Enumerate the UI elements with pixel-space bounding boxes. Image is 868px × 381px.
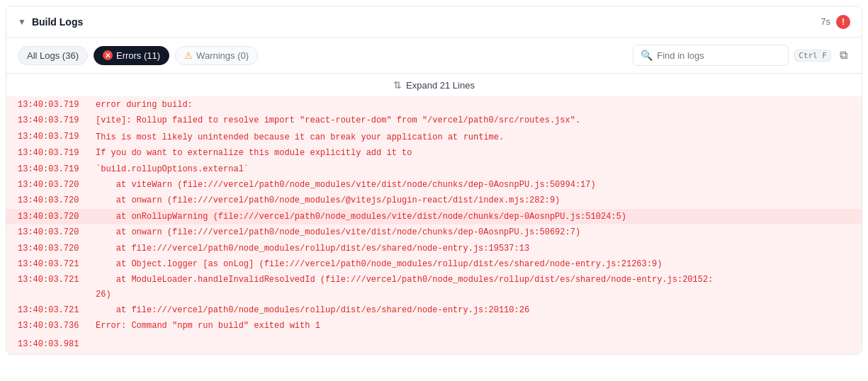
log-timestamp: 13:40:03.720 bbox=[18, 210, 96, 224]
log-row: 13:40:03.721 at ModuleLoader.handleInval… bbox=[6, 272, 862, 302]
log-text: at viteWarn (file:///vercel/path0/node_m… bbox=[96, 178, 596, 192]
all-logs-filter-button[interactable]: All Logs (36) bbox=[18, 46, 88, 65]
log-text: at onwarn (file:///vercel/path0/node_mod… bbox=[96, 225, 580, 239]
log-row: 13:40:03.720 at file:///vercel/path0/nod… bbox=[6, 241, 862, 256]
log-text: Error: Command "npm run build" exited wi… bbox=[96, 319, 320, 333]
log-timestamp: 13:40:03.720 bbox=[18, 193, 96, 207]
copy-icon[interactable]: ⧉ bbox=[837, 46, 850, 64]
log-row: 13:40:03.719 error during build: bbox=[6, 97, 862, 113]
warnings-filter-label: Warnings (0) bbox=[196, 50, 249, 61]
log-timestamp: 13:40:03.720 bbox=[18, 225, 96, 239]
log-text: at onRollupWarning (file:///vercel/path0… bbox=[96, 210, 626, 224]
log-row: 13:40:03.720 at onRollupWarning (file://… bbox=[6, 209, 862, 224]
log-text: [vite]: Rollup failed to resolve import … bbox=[96, 113, 580, 127]
log-text: This is most likely unintended because i… bbox=[96, 130, 504, 144]
expand-arrows-icon: ⇅ bbox=[393, 79, 402, 91]
log-text: error during build: bbox=[96, 98, 193, 112]
log-timestamp: 13:40:03.719 bbox=[18, 162, 96, 176]
log-timestamp: 13:40:03.721 bbox=[18, 273, 96, 287]
error-status-badge: ! bbox=[836, 15, 850, 29]
log-row: 13:40:03.720 at viteWarn (file:///vercel… bbox=[6, 177, 862, 193]
chevron-down-icon[interactable]: ▼ bbox=[18, 17, 26, 27]
log-timestamp: 13:40:03.721 bbox=[18, 303, 96, 317]
log-row: 13:40:03.721 at Object.logger [as onLog]… bbox=[6, 256, 862, 272]
header-left: ▼ Build Logs bbox=[18, 16, 83, 28]
page-title: Build Logs bbox=[32, 16, 83, 28]
log-timestamp: 13:40:03.719 bbox=[18, 130, 96, 144]
expand-label: Expand 21 Lines bbox=[406, 80, 475, 91]
log-row: 13:40:03.719 `build.rollupOptions.extern… bbox=[6, 161, 862, 177]
log-row: 13:40:03.736 Error: Command "npm run bui… bbox=[6, 318, 862, 334]
log-timestamp: 13:40:03.719 bbox=[18, 146, 96, 160]
log-timestamp: 13:40:03.720 bbox=[18, 178, 96, 192]
log-text: If you do want to externalize this modul… bbox=[96, 146, 412, 160]
search-box: 🔍 bbox=[633, 45, 789, 66]
log-text: at file:///vercel/path0/node_modules/rol… bbox=[96, 303, 529, 317]
errors-filter-label: Errors (11) bbox=[116, 50, 160, 61]
log-row: 13:40:03.721 at file:///vercel/path0/nod… bbox=[6, 302, 862, 318]
log-text: at onwarn (file:///vercel/path0/node_mod… bbox=[96, 193, 560, 207]
errors-filter-button[interactable]: ✕ Errors (11) bbox=[94, 46, 169, 65]
build-logs-panel: ▼ Build Logs 7s ! All Logs (36) ✕ Errors… bbox=[6, 6, 862, 355]
log-timestamp: 13:40:03.719 bbox=[18, 98, 96, 112]
search-area: 🔍 Ctrl F ⧉ bbox=[633, 45, 850, 66]
log-row: 13:40:03.719 If you do want to externali… bbox=[6, 145, 862, 161]
warnings-filter-button[interactable]: ⚠ Warnings (0) bbox=[175, 46, 258, 65]
log-text: at ModuleLoader.handleInvalidResolvedId … bbox=[96, 273, 713, 302]
log-timestamp: 13:40:03.981 bbox=[18, 337, 96, 351]
log-text: at file:///vercel/path0/node_modules/rol… bbox=[96, 241, 529, 256]
expand-bar[interactable]: ⇅ Expand 21 Lines bbox=[6, 74, 862, 97]
log-row: 13:40:03.719 This is most likely uninten… bbox=[6, 129, 862, 145]
log-timestamp: 13:40:03.721 bbox=[18, 257, 96, 271]
header-right: 7s ! bbox=[821, 15, 850, 29]
expand-lines-button[interactable]: ⇅ Expand 21 Lines bbox=[393, 79, 475, 91]
log-row: 13:40:03.720 at onwarn (file:///vercel/p… bbox=[6, 224, 862, 240]
log-text: at Object.logger [as onLog] (file:///ver… bbox=[96, 257, 662, 271]
warning-triangle-icon: ⚠ bbox=[184, 50, 193, 61]
log-content: 13:40:03.719 error during build: 13:40:0… bbox=[6, 97, 862, 354]
log-timestamp: 13:40:03.720 bbox=[18, 241, 96, 256]
log-timestamp: 13:40:03.736 bbox=[18, 319, 96, 333]
filter-buttons: All Logs (36) ✕ Errors (11) ⚠ Warnings (… bbox=[18, 46, 258, 65]
filters-bar: All Logs (36) ✕ Errors (11) ⚠ Warnings (… bbox=[6, 38, 862, 74]
log-text: `build.rollupOptions.external` bbox=[96, 162, 249, 176]
log-row: 13:40:03.981 bbox=[6, 334, 862, 354]
log-timestamp: 13:40:03.719 bbox=[18, 113, 96, 127]
search-icon: 🔍 bbox=[641, 50, 653, 61]
header-bar: ▼ Build Logs 7s ! bbox=[6, 6, 862, 38]
status-time: 7s bbox=[821, 16, 830, 27]
log-row: 13:40:03.720 at onwarn (file:///vercel/p… bbox=[6, 193, 862, 208]
error-x-icon: ✕ bbox=[103, 50, 113, 60]
keyboard-shortcut: Ctrl F bbox=[794, 50, 831, 62]
log-row: 13:40:03.719 [vite]: Rollup failed to re… bbox=[6, 113, 862, 128]
search-input[interactable] bbox=[657, 50, 756, 61]
